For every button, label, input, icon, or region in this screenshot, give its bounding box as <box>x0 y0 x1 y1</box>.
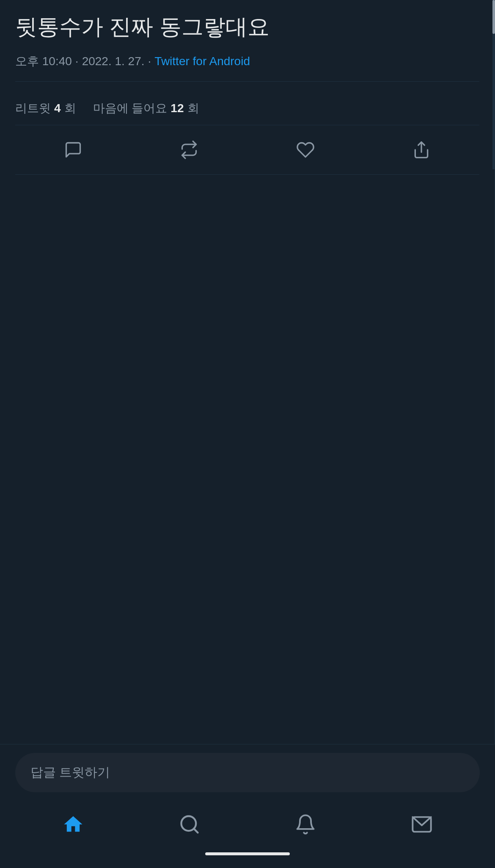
search-nav-button[interactable] <box>174 809 205 840</box>
svg-line-2 <box>194 829 198 832</box>
tweet-separator-1: · <box>75 55 79 68</box>
tweet-stats: 리트윗 4 회 마음에 들어요 12 회 <box>15 92 479 125</box>
empty-content-area <box>15 175 479 683</box>
tweet-detail-content: 뒷통수가 진짜 동그랗대요 오후 10:40 · 2022. 1. 27. · … <box>0 0 495 744</box>
notifications-nav-button[interactable] <box>290 809 321 840</box>
home-indicator <box>205 852 290 855</box>
tweet-source-link[interactable]: Twitter for Android <box>154 55 250 68</box>
tweet-date: 2022. 1. 27. <box>82 55 145 68</box>
retweet-unit: 회 <box>64 100 76 116</box>
scrollbar-thumb <box>492 0 495 34</box>
reply-button[interactable] <box>57 134 89 166</box>
like-label: 마음에 들어요 <box>93 100 168 116</box>
retweet-label: 리트윗 <box>15 100 51 116</box>
reply-tweet-input[interactable]: 답글 트윗하기 <box>15 753 480 792</box>
tweet-metadata: 오후 10:40 · 2022. 1. 27. · Twitter for An… <box>15 53 479 69</box>
like-button[interactable] <box>289 134 322 166</box>
tweet-time: 오후 10:40 <box>15 53 72 69</box>
bottom-nav <box>15 801 480 852</box>
scrollbar-track <box>492 0 495 169</box>
share-button[interactable] <box>405 134 437 166</box>
retweet-count: 4 <box>54 102 61 115</box>
like-stat: 마음에 들어요 12 회 <box>93 100 199 116</box>
tweet-text: 뒷통수가 진짜 동그랗대요 <box>15 13 479 41</box>
retweet-button[interactable] <box>173 134 205 166</box>
like-count: 12 <box>170 102 184 115</box>
messages-nav-button[interactable] <box>407 809 437 840</box>
tweet-actions <box>15 125 479 175</box>
divider-1 <box>15 81 479 82</box>
home-nav-button[interactable] <box>58 809 88 840</box>
retweet-stat: 리트윗 4 회 <box>15 100 76 116</box>
bottom-bar: 답글 트윗하기 <box>0 744 495 868</box>
tweet-separator-2: · <box>148 55 151 68</box>
like-unit: 회 <box>187 100 199 116</box>
